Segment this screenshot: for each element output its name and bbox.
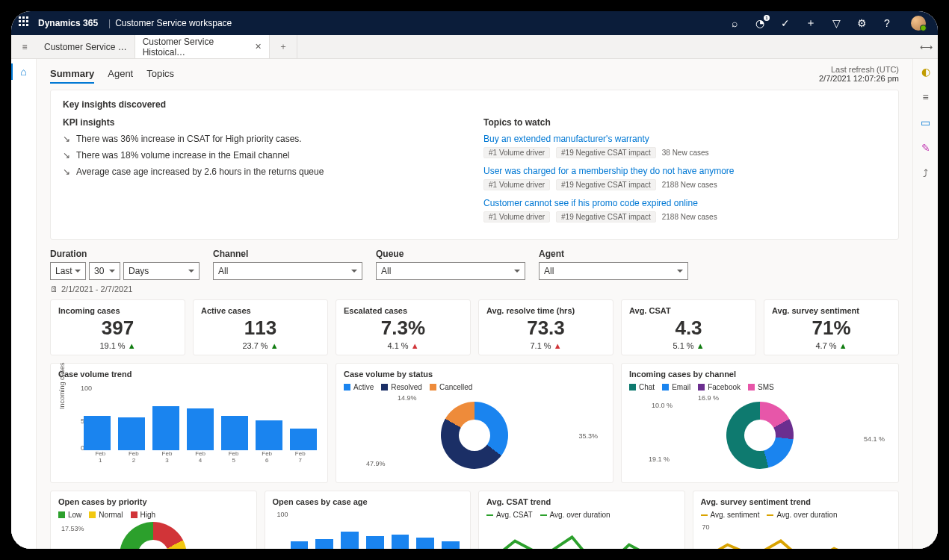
- legend-label: Avg. sentiment: [711, 511, 760, 519]
- report-pivot: Summary Agent Topics: [50, 65, 174, 84]
- chart-by-priority: Open cases by priority Low Normal High 1…: [50, 491, 257, 549]
- right-siterail: ◐ ≡ ▭ ✎ ⤴: [912, 59, 938, 549]
- add-icon[interactable]: ＋: [805, 17, 817, 29]
- slice-label: 35.3%: [578, 432, 598, 440]
- book-icon[interactable]: ▭: [919, 116, 933, 129]
- kpi-delta: 7.1 %: [530, 341, 551, 350]
- kpi-escalated: Escalated cases7.3%4.1 % ▲: [336, 299, 471, 355]
- chart-title: Avg. survey sentiment trend: [701, 497, 891, 506]
- window-tabstrip: ≡ Customer Service … Customer Service Hi…: [11, 35, 938, 59]
- chart-by-age: Open cases by case age 100: [265, 491, 472, 549]
- bar: [118, 417, 145, 450]
- last-refresh: Last refresh (UTC) 2/7/2021 12:07:26 pm: [819, 65, 899, 83]
- legend-label: Resolved: [391, 383, 422, 391]
- slice-label: 47.9%: [366, 460, 386, 467]
- queue-select[interactable]: All: [376, 262, 525, 280]
- chip: #19 Negative CSAT impact: [556, 211, 656, 223]
- donut-chart: [441, 402, 508, 469]
- pen-icon[interactable]: ✎: [919, 141, 933, 155]
- legend-label: Chat: [639, 383, 655, 391]
- kpi-resolve: Avg. resolve time (hrs)73.37.1 % ▲: [478, 299, 613, 355]
- up-icon: ▲: [696, 341, 705, 350]
- chart-volume-trend: Case volume trend Incoming cases 100 50 …: [50, 363, 328, 483]
- avatar[interactable]: [911, 16, 926, 31]
- tab-add[interactable]: ＋: [270, 35, 297, 58]
- report-content: Summary Agent Topics Last refresh (UTC) …: [37, 59, 912, 549]
- slice-label: 10.0 %: [652, 402, 673, 409]
- kpi-insight-3: Average case age increased by 2.6 hours …: [76, 167, 324, 177]
- bar: [392, 535, 409, 549]
- channel-select[interactable]: All: [213, 262, 362, 280]
- tab-label: Customer Service …: [44, 42, 127, 52]
- list-icon[interactable]: ≡: [919, 90, 933, 104]
- kpi-active: Active cases11323.7 % ▲: [193, 299, 328, 355]
- pivot-agent[interactable]: Agent: [108, 65, 133, 84]
- filter-row: Duration Last 30 Days Channel All Queue …: [50, 249, 899, 280]
- chip-plain: 2188 New cases: [662, 181, 717, 189]
- pivot-topics[interactable]: Topics: [146, 65, 174, 84]
- help-icon[interactable]: ?: [881, 17, 893, 29]
- duration-mode-select[interactable]: Last: [50, 262, 86, 280]
- bar: [256, 420, 282, 450]
- y-axis-label: Incoming cases: [58, 362, 66, 409]
- up-icon: ▲: [271, 341, 279, 350]
- bar: [291, 541, 309, 549]
- agent-select[interactable]: All: [539, 262, 688, 280]
- close-icon[interactable]: ✕: [255, 42, 262, 52]
- chip: #1 Volume driver: [483, 179, 550, 190]
- compass-icon[interactable]: ✓: [779, 17, 791, 29]
- chart-title: Open cases by priority: [58, 497, 249, 506]
- chart-by-status: Case volume by status Active Resolved Ca…: [336, 363, 613, 483]
- bar: [416, 538, 434, 549]
- bar: [341, 532, 359, 549]
- select-value: All: [218, 266, 228, 276]
- kpi-csat: Avg. CSAT4.35.1 % ▲: [621, 299, 756, 355]
- app-launcher-icon[interactable]: [19, 16, 32, 30]
- bar: [152, 406, 179, 450]
- tab-historical-analytics[interactable]: Customer Service Histoical…✕: [135, 35, 270, 58]
- filter-label-agent: Agent: [539, 249, 688, 259]
- topics-header: Topics to watch: [483, 117, 886, 128]
- chart-csat-trend: Avg. CSAT trend Avg. CSAT Avg. over dura…: [478, 491, 685, 549]
- legend-label: SMS: [758, 383, 774, 391]
- tab-customer-service[interactable]: Customer Service …: [37, 35, 135, 58]
- home-icon[interactable]: ⌂: [17, 65, 31, 78]
- kpi-value: 113: [201, 317, 320, 340]
- pivot-summary[interactable]: Summary: [50, 65, 94, 84]
- topic-link-3[interactable]: Customer cannot see if his promo code ex…: [483, 198, 886, 208]
- left-siterail: ⌂: [11, 59, 37, 549]
- kpi-value: 4.3: [629, 317, 748, 340]
- kpi-label: Avg. survey sentiment: [772, 306, 891, 315]
- bar-series: [84, 388, 317, 450]
- global-navbar: Dynamics 365 | Customer Service workspac…: [11, 11, 938, 35]
- donut-chart: [726, 402, 794, 469]
- kpi-sentiment: Avg. survey sentiment71%4.7 % ▲: [764, 299, 899, 355]
- topic-link-1[interactable]: Buy an extended manufacturer's warranty: [483, 134, 886, 144]
- share-icon[interactable]: ⤴: [919, 167, 933, 180]
- expand-icon[interactable]: ⟷: [914, 35, 938, 58]
- filter-label-queue: Queue: [376, 249, 525, 259]
- kpi-label: Escalated cases: [344, 306, 463, 315]
- legend-label: Low: [68, 511, 81, 519]
- gear-icon[interactable]: ⚙: [856, 17, 868, 29]
- lightbulb-icon[interactable]: ◔1: [754, 17, 766, 29]
- filter-icon[interactable]: ▽: [830, 17, 842, 29]
- chart-title: Case volume trend: [58, 370, 320, 379]
- search-icon[interactable]: ⌕: [729, 17, 741, 29]
- hamburger-icon[interactable]: ≡: [13, 35, 37, 58]
- topic-link-2[interactable]: User was charged for a membership they d…: [483, 166, 886, 176]
- slice-label: 17.53%: [61, 525, 84, 532]
- divider: |: [108, 18, 111, 28]
- donut-chart: [120, 522, 187, 549]
- lightbulb-icon[interactable]: ◐: [919, 65, 933, 78]
- line-chart: [701, 522, 891, 549]
- kpi-label: Avg. CSAT: [629, 306, 748, 315]
- chart-title: Avg. CSAT trend: [486, 497, 677, 506]
- duration-unit-select[interactable]: Days: [123, 262, 200, 280]
- x-labels: Feb1Feb2Feb3Feb4Feb5Feb6Feb7: [84, 450, 317, 464]
- chart-title: Open cases by case age: [273, 497, 463, 506]
- kpi-delta: 5.1 %: [673, 341, 693, 350]
- slice-label: 54.1 %: [864, 435, 885, 443]
- kpi-incoming: Incoming cases39719.1 % ▲: [50, 299, 185, 355]
- duration-number-select[interactable]: 30: [89, 262, 120, 280]
